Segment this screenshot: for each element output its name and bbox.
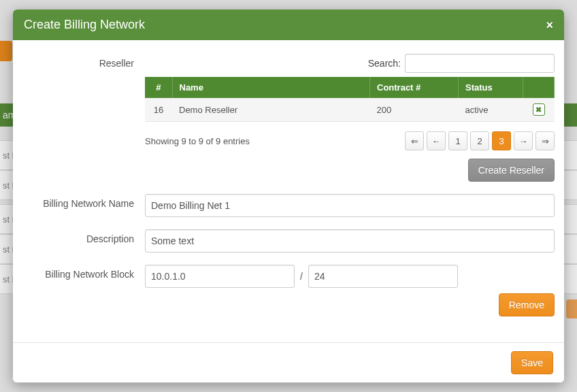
cell-contract: 200 <box>370 98 459 122</box>
network-block-mask-input[interactable] <box>308 265 458 288</box>
billing-network-name-label: Billing Network Name <box>22 194 145 209</box>
reseller-label: Reseller <box>22 54 145 69</box>
reseller-table: # Name Contract # Status 16 Demo Reselle… <box>145 77 555 122</box>
create-reseller-button[interactable]: Create Reseller <box>468 159 555 182</box>
page-3-button[interactable]: 3 <box>492 131 511 150</box>
page-2-button[interactable]: 2 <box>470 131 489 150</box>
create-billing-network-dialog: Create Billing Network × Reseller Search… <box>13 10 564 382</box>
col-name[interactable]: Name <box>172 77 370 98</box>
description-label: Description <box>22 229 145 244</box>
reseller-search: Search: <box>145 54 555 73</box>
dialog-title: Create Billing Network <box>24 18 145 32</box>
cell-name: Demo Reseller <box>172 98 370 122</box>
dialog-footer: Save <box>13 342 564 382</box>
page-last-button[interactable]: ⇒ <box>535 131 555 150</box>
table-row[interactable]: 16 Demo Reseller 200 active ✖ <box>145 98 555 122</box>
close-icon[interactable]: × <box>546 19 553 31</box>
cell-id: 16 <box>145 98 172 122</box>
col-number[interactable]: # <box>145 77 172 98</box>
cell-status: active <box>459 98 523 122</box>
pagination: ⇐ ← 1 2 3 → ⇒ <box>405 131 555 150</box>
table-info: Showing 9 to 9 of 9 entries <box>145 136 250 146</box>
page-1-button[interactable]: 1 <box>448 131 467 150</box>
slash-separator: / <box>300 271 303 282</box>
remove-block-button[interactable]: Remove <box>499 293 555 316</box>
network-block-ip-input[interactable] <box>145 265 295 288</box>
col-contract[interactable]: Contract # <box>370 77 459 98</box>
page-prev-button[interactable]: ← <box>427 131 446 150</box>
search-label: Search: <box>368 58 401 69</box>
col-status[interactable]: Status <box>459 77 523 98</box>
page-next-button[interactable]: → <box>514 131 533 150</box>
billing-network-block-label: Billing Network Block <box>22 265 145 280</box>
page-first-button[interactable]: ⇐ <box>405 131 424 150</box>
description-input[interactable] <box>145 229 555 252</box>
billing-network-name-input[interactable] <box>145 194 555 217</box>
search-input[interactable] <box>405 54 555 73</box>
col-actions <box>523 77 555 98</box>
dialog-body: Reseller Search: # Name Contract # Statu… <box>13 40 564 342</box>
dialog-header: Create Billing Network × <box>13 10 564 40</box>
save-button[interactable]: Save <box>511 351 553 374</box>
deselect-icon[interactable]: ✖ <box>533 103 545 116</box>
